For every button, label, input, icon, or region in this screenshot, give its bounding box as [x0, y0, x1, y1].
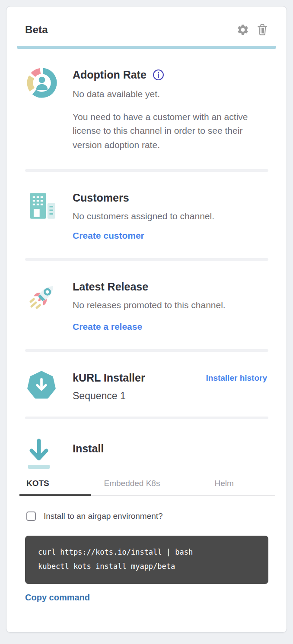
tab-embedded-k8s[interactable]: Embedded K8s — [91, 474, 173, 496]
install-section: Install — [6, 419, 287, 471]
adoption-empty-text: No data available yet. — [73, 87, 267, 101]
latest-release-body: Latest Release No releases promoted to t… — [73, 280, 267, 332]
channel-title: Beta — [25, 24, 48, 36]
buildings-icon — [27, 191, 60, 221]
installer-history-link[interactable]: Installer history — [206, 373, 268, 383]
tab-kots[interactable]: KOTS — [19, 474, 91, 496]
download-arrow-icon — [27, 438, 60, 471]
card-header: Beta — [6, 6, 287, 46]
channel-settings-button[interactable] — [236, 23, 249, 36]
customers-title: Customers — [73, 192, 267, 204]
channel-card: Beta — [6, 6, 287, 633]
adoption-help-text: You need to have a customer with an acti… — [73, 110, 267, 152]
kurl-installer-title: kURL Installer — [73, 372, 145, 384]
channel-accent-rule — [17, 46, 276, 49]
latest-release-empty-text: No releases promoted to this channel. — [73, 298, 267, 313]
rocket-icon — [27, 280, 60, 313]
airgap-label: Install to an airgap environment? — [44, 511, 163, 521]
heptagon-download-icon — [27, 371, 60, 400]
delete-channel-button[interactable] — [256, 23, 268, 36]
install-command-line: kubectl kots install myapp/beta — [38, 559, 255, 574]
customers-section: Customers No customers assigned to chann… — [6, 172, 287, 258]
customers-body: Customers No customers assigned to chann… — [73, 191, 267, 241]
airgap-row: Install to an airgap environment? — [26, 511, 267, 521]
adoption-rate-title: Adoption Rate — [73, 69, 146, 81]
install-command-block: curl https://kots.io/install | bash kube… — [25, 536, 268, 584]
install-body: Install — [73, 438, 267, 455]
adoption-rate-body: Adoption Rate No data available yet. You… — [73, 68, 267, 152]
create-customer-link[interactable]: Create customer — [73, 230, 144, 241]
install-title: Install — [73, 442, 267, 455]
trash-icon — [256, 31, 268, 38]
copy-command-link[interactable]: Copy command — [25, 593, 90, 603]
kurl-installer-body: kURL Installer Installer history Sequenc… — [73, 371, 267, 402]
install-command-line: curl https://kots.io/install | bash — [38, 545, 255, 559]
customers-empty-text: No customers assigned to channel. — [73, 209, 267, 224]
kurl-installer-section: kURL Installer Installer history Sequenc… — [6, 352, 287, 417]
header-actions — [236, 23, 268, 36]
create-release-link[interactable]: Create a release — [73, 322, 142, 332]
adoption-rate-section: Adoption Rate No data available yet. You… — [6, 49, 287, 169]
info-icon[interactable] — [153, 69, 164, 81]
latest-release-title: Latest Release — [73, 281, 267, 293]
install-tabs: KOTS Embedded K8s Helm — [19, 474, 275, 496]
gear-icon — [236, 31, 249, 38]
tab-helm[interactable]: Helm — [173, 474, 275, 496]
airgap-checkbox[interactable] — [26, 511, 36, 521]
latest-release-section: Latest Release No releases promoted to t… — [6, 261, 287, 350]
installer-sequence-text: Sequence 1 — [73, 390, 267, 402]
adoption-donut-person-icon — [27, 68, 60, 98]
